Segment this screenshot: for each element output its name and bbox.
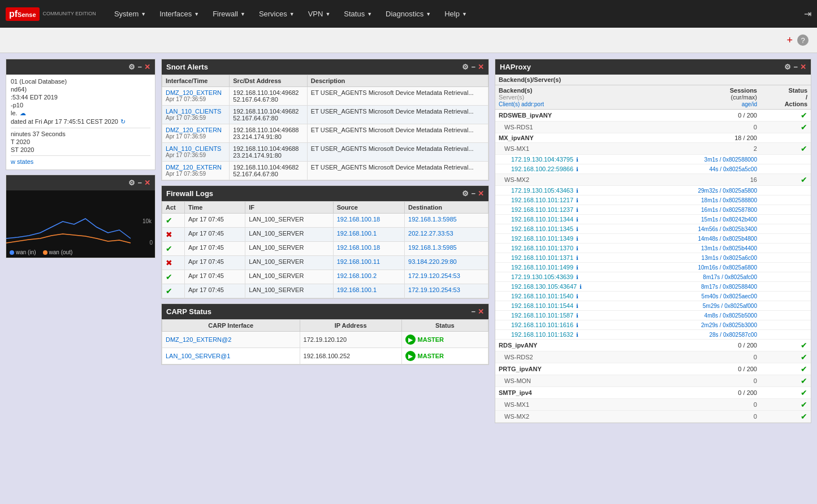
nav-item-status[interactable]: Status ▼: [337, 0, 379, 28]
ha-server-status: ✔: [760, 351, 811, 363]
ha-client-status: [760, 164, 811, 174]
carp-table: CARP Interface IP Address Status DMZ_120…: [162, 319, 489, 364]
haproxy-backend-row: SMTP_ipv4 0 / 200 ✔: [495, 387, 811, 399]
fw-cell-src: 192.168.100.18: [333, 214, 404, 228]
nav-logout-icon[interactable]: ⇥: [804, 8, 811, 19]
ha-client-addr: 192.168.110.101:1217 ℹ: [495, 195, 649, 205]
fw-logs-body: Act Time IF Source Destination ✔ Apr 17 …: [162, 201, 489, 298]
ha-client-age: 5m29s / 0x8025af000: [649, 301, 760, 311]
nav-item-services[interactable]: Services ▼: [252, 0, 301, 28]
snort-thead: Interface/Time Src/Dst Address Descripti…: [162, 75, 489, 87]
ha-sessions-col: Sessions (cur/max) age/id: [649, 85, 760, 110]
close-icon5[interactable]: ✕: [478, 307, 484, 316]
haproxy-client-row: 172.19.130.105:43463 ℹ 29m32s / 0x8025a5…: [495, 186, 811, 195]
carp-cell-status: ▶ MASTER: [401, 332, 488, 348]
firewall-logs-widget: Firewall Logs ⚙ − ✕ Act Time IF Source: [161, 185, 489, 299]
fw-cell-time: Apr 17 07:45: [185, 228, 245, 242]
ha-server-name: WS-RDS1: [495, 121, 649, 133]
carp-status-widget: CARP Status − ✕ CARP Interface IP Addres…: [161, 303, 489, 365]
fw-cell-src: 192.168.100.11: [333, 256, 404, 270]
main-content: ⚙ − ✕ 01 (Local Database) nd64) :53:44 E…: [0, 53, 817, 504]
ha-backend-name: MX_ipvANY: [495, 133, 649, 143]
minimize-icon2[interactable]: −: [137, 179, 142, 187]
ha-client-addr: 192.168.110.101:1499 ℹ: [495, 263, 649, 272]
add-widget-button[interactable]: +: [786, 34, 793, 46]
ha-server-sessions: 0: [649, 411, 760, 423]
info-icon: ℹ: [576, 245, 578, 251]
nav-item-help[interactable]: Help ▼: [438, 0, 474, 28]
haproxy-client-row: 192.168.110.101:1371 ℹ 13m1s / 0x8025a6c…: [495, 253, 811, 263]
haproxy-header-row2: Backend(s) Server(s) Client(s) addr:port…: [495, 85, 811, 110]
info-icon: ℹ: [576, 188, 578, 194]
updated-at-row: dated at Fri Apr 17 7:45:51 CEST 2020 ↻: [11, 118, 150, 125]
wrench-icon[interactable]: ⚙: [128, 63, 135, 71]
ha-client-addr: 172.19.130.105:43639 ℹ: [495, 272, 649, 282]
nav-item-vpn[interactable]: VPN ▼: [301, 0, 338, 28]
fw-col-src: Source: [333, 202, 404, 214]
info-icon: ℹ: [576, 332, 578, 338]
fw-log-row: ✔ Apr 17 07:45 LAN_100_SERVER 192.168.10…: [162, 214, 489, 228]
snort-table: Interface/Time Src/Dst Address Descripti…: [162, 75, 489, 180]
close-icon6[interactable]: ✕: [800, 63, 806, 71]
close-icon3[interactable]: ✕: [478, 63, 484, 71]
system-info-header: ⚙ − ✕: [6, 59, 155, 75]
fw-log-row: ✔ Apr 17 07:45 LAN_100_SERVER 192.168.10…: [162, 242, 489, 256]
close-icon4[interactable]: ✕: [478, 189, 484, 198]
carp-header: CARP Status − ✕: [162, 304, 489, 319]
minimize-icon[interactable]: −: [137, 63, 142, 71]
fw-logs-table: Act Time IF Source Destination ✔ Apr 17 …: [162, 201, 489, 298]
minimize-icon3[interactable]: −: [471, 63, 475, 71]
wrench-icon4[interactable]: ⚙: [462, 189, 469, 198]
info-icon: ℹ: [576, 157, 578, 163]
fw-cell-time: Apr 17 07:45: [185, 284, 245, 298]
haproxy-client-row: 192.168.110.101:1217 ℹ 18m1s / 0x8025888…: [495, 195, 811, 205]
ha-backend-name: SMTP_ipv4: [495, 387, 649, 399]
minimize-icon6[interactable]: −: [793, 63, 798, 71]
nav-item-interfaces[interactable]: Interfaces ▼: [153, 0, 206, 28]
ha-client-age: 15m1s / 0x80242b400: [649, 215, 760, 224]
ha-backend-name: RDSWEB_ipvANY: [495, 110, 649, 121]
ha-server-status: ✔: [760, 399, 811, 411]
states-link[interactable]: w states: [11, 158, 33, 165]
haproxy-tbody: RDSWEB_ipvANY 0 / 200 ✔ WS-RDS1 0 ✔ MX_i…: [495, 110, 811, 423]
close-icon2[interactable]: ✕: [144, 179, 150, 187]
refresh-icon[interactable]: ↻: [120, 118, 126, 125]
help-button[interactable]: ?: [797, 34, 809, 46]
snort-cell-interface: LAN_110_CLIENTS Apr 17 07:36:59: [162, 106, 230, 124]
minimize-icon4[interactable]: −: [471, 189, 475, 198]
ha-client-status: [760, 301, 811, 311]
fw-cell-src: 192.168.100.2: [333, 270, 404, 284]
info-icon: ℹ: [576, 312, 578, 319]
carp-header-row: CARP Interface IP Address Status: [162, 320, 489, 332]
snort-cell-desc: ET USER_AGENTS Microsoft Device Metadata…: [307, 87, 488, 106]
nav-item-firewall[interactable]: Firewall ▼: [206, 0, 252, 28]
ha-backend-status: ✔: [760, 340, 811, 351]
wrench-icon3[interactable]: ⚙: [462, 63, 469, 71]
ha-client-status: [760, 263, 811, 272]
deny-icon: ✖: [166, 258, 172, 267]
minimize-icon5[interactable]: −: [471, 307, 475, 316]
chevron-down-icon: ▼: [367, 11, 372, 17]
fw-cell-dst: 172.19.120.254:53: [405, 284, 489, 298]
ha-client-addr: 192.168.110.101:1371 ℹ: [495, 253, 649, 263]
nav-item-diagnostics[interactable]: Diagnostics ▼: [379, 0, 438, 28]
date1-row: T 2020: [11, 138, 150, 145]
host-row: -p10: [11, 102, 150, 108]
nav-item-system[interactable]: System ▼: [107, 0, 153, 28]
carp-col-iface: CARP Interface: [162, 320, 300, 332]
allow-icon: ✔: [166, 244, 172, 253]
wrench-icon2[interactable]: ⚙: [128, 179, 135, 187]
close-icon[interactable]: ✕: [144, 63, 150, 71]
fw-cell-act: ✖: [162, 228, 185, 242]
snort-cell-interface: LAN_110_CLIENTS Apr 17 07:36:59: [162, 143, 230, 162]
haproxy-client-row: 192.168.110.101:1544 ℹ 5m29s / 0x8025af0…: [495, 301, 811, 311]
snort-cell-src: 192.168.110.104:4968252.167.64.67:80: [230, 162, 308, 180]
wrench-icon5[interactable]: ⚙: [784, 63, 791, 71]
ha-backend-status: ✔: [760, 363, 811, 375]
fw-cell-act: ✖: [162, 256, 185, 270]
haproxy-server-row: WS-MX2 0 ✔: [495, 411, 811, 423]
divider2: [11, 155, 150, 156]
haproxy-client-row: 192.168.110.101:1632 ℹ 28s / 0x802587c00: [495, 330, 811, 340]
traffic-graph-header: ⚙ − ✕: [6, 175, 155, 190]
haproxy-client-row: 192.168.110.101:1370 ℹ 13m1s / 0x8025b44…: [495, 244, 811, 253]
